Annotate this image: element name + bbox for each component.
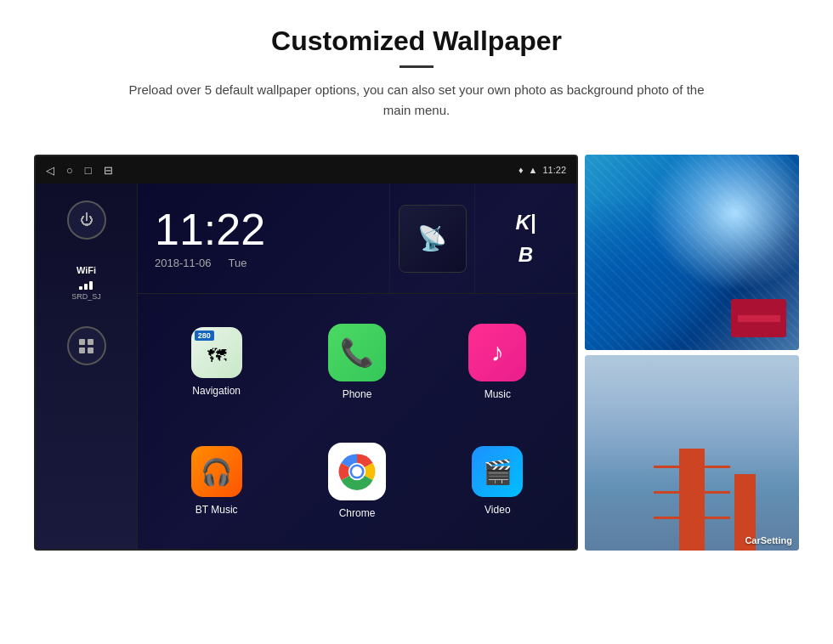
wifi-label: WiFi: [71, 265, 101, 275]
screen-body: ⏻ WiFi SRD_SJ: [36, 184, 576, 549]
app-name-music: Music: [484, 388, 511, 400]
grid-dot-3: [79, 347, 85, 353]
wifi-bar-1: [79, 286, 82, 290]
wifi-bars: [71, 278, 101, 290]
wallpaper-ice-inner: [585, 155, 799, 350]
app-name-btmusic: BT Music: [196, 504, 238, 516]
maps-arrow-icon: 🗺: [207, 345, 226, 367]
app-item-btmusic[interactable]: 🎧 BT Music: [146, 421, 286, 540]
grid-dot-1: [79, 339, 85, 345]
bridge-tower-left: [679, 449, 705, 551]
wifi-bar-3: [89, 281, 93, 290]
status-bar: ◁ ○ □ ⊟ ♦ ▲ 11:22: [36, 156, 576, 184]
android-main: 11:22 2018-11-06 Tue 📡 K| B: [138, 184, 576, 549]
bt-headphone-icon: 🎧: [201, 457, 232, 487]
wallpaper-bridge[interactable]: CarSetting: [585, 355, 799, 551]
app-name-navigation: Navigation: [192, 385, 241, 397]
screenshot-nav-icon[interactable]: ⊟: [104, 164, 113, 177]
music-icon: ♪: [468, 324, 526, 381]
shortcut-k[interactable]: K|: [515, 211, 536, 234]
wallpaper-mini-screen: [731, 299, 786, 337]
wifi-info: WiFi SRD_SJ: [71, 265, 101, 301]
app-name-phone: Phone: [343, 388, 372, 400]
music-note-icon: ♪: [491, 338, 504, 367]
maps-badge: 280: [195, 330, 214, 341]
grid-icon: [79, 339, 94, 353]
android-screen: ◁ ○ □ ⊟ ♦ ▲ 11:22 ⏻ WiFi: [34, 155, 578, 551]
status-bar-right: ♦ ▲ 11:22: [518, 165, 566, 175]
app-item-navigation[interactable]: 280 🗺 Navigation: [146, 302, 286, 421]
clock-date: 2018-11-06 Tue: [155, 257, 372, 269]
power-button[interactable]: ⏻: [67, 201, 106, 240]
wifi-bar-2: [84, 284, 88, 290]
back-nav-icon[interactable]: ◁: [46, 164, 54, 177]
app-item-music[interactable]: ♪ Music: [428, 302, 568, 421]
top-info-bar: 11:22 2018-11-06 Tue 📡 K| B: [138, 184, 576, 294]
media-icon-box[interactable]: 📡: [399, 205, 467, 273]
app-name-chrome: Chrome: [339, 507, 376, 519]
clock-section: 11:22 2018-11-06 Tue: [138, 184, 389, 293]
wallpaper-ice[interactable]: [585, 155, 799, 350]
chrome-icon: [328, 443, 386, 500]
page-header: Customized Wallpaper Preload over 5 defa…: [0, 0, 833, 138]
shortcut-b[interactable]: B: [518, 243, 533, 267]
app-grid: 280 🗺 Navigation 📞 Phone: [138, 294, 576, 549]
left-sidebar: ⏻ WiFi SRD_SJ: [36, 184, 138, 549]
clock-date-value: 2018-11-06: [155, 257, 212, 269]
phone-icon: 📞: [328, 324, 386, 381]
btmusic-icon: 🎧: [191, 446, 242, 497]
video-clapper-icon: 🎬: [483, 458, 513, 486]
app-item-phone[interactable]: 📞 Phone: [286, 302, 427, 421]
wallpaper-previews: CarSetting: [585, 155, 799, 551]
maps-icon: 280 🗺: [191, 327, 242, 378]
media-widget: 📡: [389, 184, 474, 293]
app-item-video[interactable]: 🎬 Video: [428, 421, 568, 540]
title-divider: [400, 65, 434, 68]
media-signal-icon: 📡: [417, 224, 447, 252]
main-content: ◁ ○ □ ⊟ ♦ ▲ 11:22 ⏻ WiFi: [0, 138, 833, 576]
phone-icon-symbol: 📞: [340, 336, 374, 369]
chrome-icon-svg: [332, 447, 382, 496]
power-icon: ⏻: [80, 212, 94, 228]
status-time: 11:22: [542, 165, 566, 175]
status-bar-left: ◁ ○ □ ⊟: [46, 164, 113, 177]
clock-time: 11:22: [155, 207, 372, 251]
clock-day-value: Tue: [229, 257, 247, 269]
home-nav-icon[interactable]: ○: [66, 164, 73, 177]
signal-icon: ▲: [529, 165, 538, 175]
location-icon: ♦: [518, 165, 524, 175]
app-item-chrome[interactable]: Chrome: [286, 421, 427, 540]
svg-point-3: [352, 466, 362, 477]
wifi-ssid: SRD_SJ: [71, 292, 101, 301]
grid-dot-4: [88, 347, 94, 353]
music-icon-inner: ♪: [468, 324, 526, 381]
page-subtitle: Preload over 5 default wallpaper options…: [128, 80, 706, 121]
apps-button[interactable]: [67, 326, 106, 365]
page-title: Customized Wallpaper: [68, 25, 765, 57]
video-icon: 🎬: [472, 446, 523, 497]
carsetting-label: CarSetting: [745, 535, 792, 545]
grid-dot-2: [88, 339, 94, 345]
recents-nav-icon[interactable]: □: [85, 164, 92, 177]
app-name-video: Video: [484, 504, 510, 516]
app-shortcuts: K| B: [474, 184, 576, 293]
